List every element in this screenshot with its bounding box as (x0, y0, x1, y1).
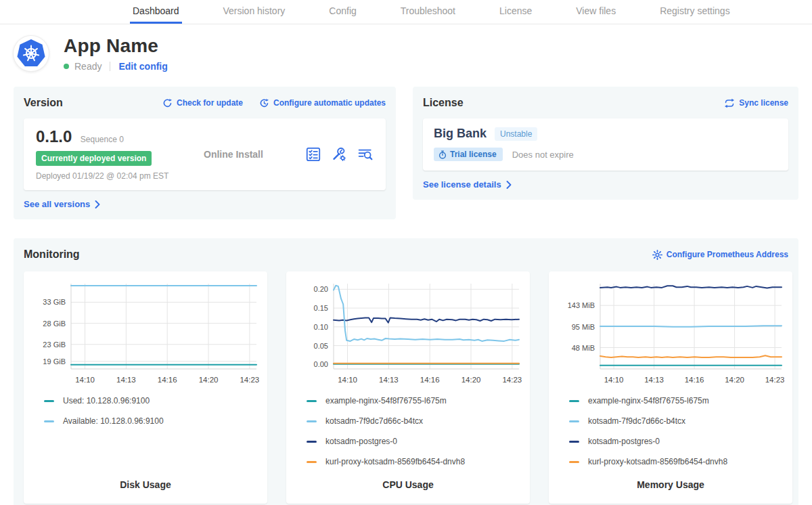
top-nav: DashboardVersion historyConfigTroublesho… (0, 0, 812, 24)
sync-arrows-icon (724, 98, 735, 108)
tab-dashboard[interactable]: Dashboard (130, 0, 182, 24)
svg-text:14:10: 14:10 (338, 376, 357, 384)
chevron-right-icon (506, 181, 512, 189)
memory-chart-plot: 143 MiB95 MiB48 MiB14:1014:1314:1614:201… (557, 280, 784, 387)
status-dot (64, 64, 69, 69)
channel-badge: Unstable (495, 127, 537, 141)
tab-license[interactable]: License (497, 0, 535, 24)
license-expiry: Does not expire (512, 150, 574, 160)
chevron-right-icon (95, 200, 100, 208)
tab-version-history[interactable]: Version history (221, 0, 288, 24)
legend-label: example-nginx-54f8f76755-l675m (325, 396, 447, 405)
legend-dash-icon (569, 400, 579, 402)
svg-text:0.20: 0.20 (314, 285, 328, 293)
memory-chart-title: Memory Usage (557, 479, 784, 497)
license-summary: Big Bank Unstable Trial license Does not… (423, 118, 788, 171)
check-for-update-link[interactable]: Check for update (162, 98, 243, 108)
edit-config-link[interactable]: Edit config (118, 61, 167, 72)
legend-item: kurl-proxy-kotsadm-8569fb6454-dnvh8 (569, 457, 784, 466)
app-logo (14, 36, 49, 71)
refresh-icon (162, 98, 173, 108)
svg-text:14:23: 14:23 (240, 376, 259, 384)
svg-text:0.05: 0.05 (314, 342, 328, 350)
deployed-date: Deployed 01/19/22 @ 02:04 pm EST (36, 171, 204, 181)
kubernetes-wheel-icon (16, 39, 46, 68)
svg-text:0.10: 0.10 (314, 323, 328, 331)
tab-registry-settings[interactable]: Registry settings (657, 0, 732, 24)
svg-text:28 GiB: 28 GiB (43, 320, 66, 328)
legend-item: Used: 10.128.0.96:9100 (44, 396, 259, 405)
version-card-title: Version (24, 97, 63, 109)
config-wrench-icon[interactable] (332, 147, 346, 162)
memory-chart-card: 143 MiB95 MiB48 MiB14:1014:1314:1614:201… (549, 271, 792, 504)
svg-text:95 MiB: 95 MiB (572, 323, 595, 331)
svg-text:14:13: 14:13 (644, 376, 664, 384)
version-number: 0.1.0 (36, 127, 72, 146)
legend-dash-icon (44, 420, 54, 422)
tab-troubleshoot[interactable]: Troubleshoot (398, 0, 458, 24)
svg-text:14:20: 14:20 (725, 376, 744, 384)
preflight-checklist-icon[interactable] (306, 147, 321, 162)
deployed-badge: Currently deployed version (36, 151, 152, 166)
legend-label: kotsadm-7f9dc7d66c-b4tcx (588, 416, 685, 426)
license-card: License Sync license Big Bank Unstable (413, 87, 798, 200)
legend-dash-icon (569, 420, 579, 422)
legend-item: Available: 10.128.0.96:9100 (44, 416, 259, 426)
svg-text:14:20: 14:20 (461, 376, 481, 384)
svg-text:14:10: 14:10 (75, 376, 95, 384)
see-license-details-link[interactable]: See license details (423, 179, 512, 190)
svg-text:14:10: 14:10 (604, 376, 624, 384)
configure-prometheus-link[interactable]: Configure Prometheus Address (652, 250, 788, 260)
svg-text:48 MiB: 48 MiB (572, 344, 595, 352)
tab-view-files[interactable]: View files (573, 0, 618, 24)
gear-icon (652, 250, 662, 260)
legend-item: kurl-proxy-kotsadm-8569fb6454-dnvh8 (307, 457, 522, 466)
cpu-chart-title: CPU Usage (294, 479, 522, 497)
legend-item: kotsadm-7f9dc7d66c-b4tcx (569, 416, 784, 426)
page-title: App Name (64, 35, 168, 57)
legend-dash-icon (569, 441, 579, 443)
legend-label: Used: 10.128.0.96:9100 (63, 396, 150, 405)
cpu-chart-card: 0.200.150.100.050.0014:1014:1314:1614:20… (286, 271, 530, 504)
svg-text:14:23: 14:23 (765, 376, 784, 384)
configure-automatic-updates-link[interactable]: Configure automatic updates (259, 98, 386, 108)
svg-text:14:16: 14:16 (158, 376, 177, 384)
legend-dash-icon (307, 420, 317, 422)
legend-label: example-nginx-54f8f76755-l675m (588, 396, 709, 405)
monitoring-section: Monitoring Configure Prometheus Address … (14, 238, 798, 505)
svg-text:19 GiB: 19 GiB (43, 357, 66, 366)
legend-label: Available: 10.128.0.96:9100 (63, 416, 164, 426)
legend-item: example-nginx-54f8f76755-l675m (569, 396, 784, 405)
clock-refresh-icon (259, 98, 269, 108)
monitoring-title: Monitoring (24, 248, 80, 261)
status-text: Ready (74, 61, 102, 72)
install-type-label: Online Install (204, 149, 263, 160)
legend-label: kurl-proxy-kotsadm-8569fb6454-dnvh8 (588, 457, 727, 466)
legend-dash-icon (569, 461, 579, 463)
sync-license-link[interactable]: Sync license (724, 98, 788, 108)
disk-chart-plot: 33 GiB28 GiB23 GiB19 GiB14:1014:1314:161… (32, 280, 259, 387)
disk-chart-title: Disk Usage (32, 479, 259, 497)
legend-item: example-nginx-54f8f76755-l675m (307, 396, 522, 405)
divider (110, 62, 110, 71)
svg-text:14:13: 14:13 (379, 376, 399, 384)
disk-legend: Used: 10.128.0.96:9100Available: 10.128.… (32, 396, 259, 437)
svg-text:14:20: 14:20 (199, 376, 219, 384)
legend-label: kurl-proxy-kotsadm-8569fb6454-dnvh8 (325, 457, 465, 466)
sequence-label: Sequence 0 (81, 135, 124, 144)
version-card: Version Check for update Configure au (14, 87, 396, 219)
license-type-badge: Trial license (434, 148, 503, 161)
memory-legend: example-nginx-54f8f76755-l675mkotsadm-7f… (557, 396, 784, 477)
legend-dash-icon (307, 461, 317, 463)
legend-label: kotsadm-postgres-0 (588, 437, 660, 446)
svg-text:14:23: 14:23 (502, 376, 522, 384)
legend-dash-icon (44, 400, 54, 402)
svg-text:14:13: 14:13 (116, 376, 136, 384)
cpu-chart-plot: 0.200.150.100.050.0014:1014:1314:1614:20… (294, 280, 522, 387)
tab-config[interactable]: Config (326, 0, 359, 24)
svg-text:0.00: 0.00 (314, 360, 328, 368)
see-all-versions-link[interactable]: See all versions (24, 199, 100, 209)
legend-item: kotsadm-postgres-0 (307, 437, 522, 446)
view-logs-icon[interactable] (357, 147, 374, 162)
svg-text:0.15: 0.15 (314, 304, 328, 312)
